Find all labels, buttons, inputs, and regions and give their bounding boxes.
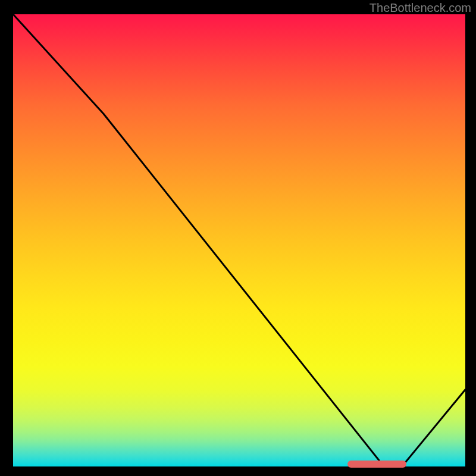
bottleneck-curve (13, 14, 465, 466)
plot-area (13, 14, 465, 466)
optimum-marker (347, 461, 406, 468)
attribution-text: TheBottleneck.com (369, 1, 471, 15)
chart-container: TheBottleneck.com (0, 0, 476, 476)
